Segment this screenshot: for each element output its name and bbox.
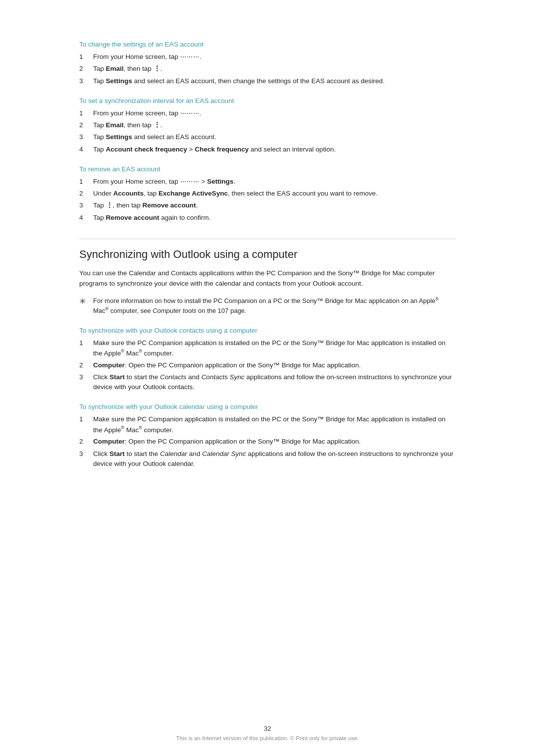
subsection-sync-contacts: To synchronize with your Outlook contact… — [79, 327, 456, 393]
steps-sync-interval: 1 From your Home screen, tap ⋯⋯⋯. 2 Tap … — [79, 108, 456, 154]
step-item: 3 Click Start to start the Contacts and … — [79, 372, 456, 393]
section-heading-sync-interval: To set a synchronization interval for an… — [79, 97, 456, 104]
subsection-sync-calendar: To synchronize with your Outlook calenda… — [79, 403, 456, 469]
step-item: 1 Make sure the PC Companion application… — [79, 338, 456, 358]
steps-remove-eas: 1 From your Home screen, tap ⋯⋯⋯ > Setti… — [79, 177, 456, 223]
section-heading-remove-eas: To remove an EAS account — [79, 165, 456, 173]
step-number: 2 — [79, 120, 93, 130]
steps-sync-contacts: 1 Make sure the PC Companion application… — [79, 338, 456, 393]
step-number: 3 — [79, 132, 93, 142]
step-number: 2 — [79, 64, 93, 74]
step-item: 2 Tap Email, then tap ⋮. — [79, 120, 456, 130]
step-number: 1 — [79, 52, 93, 62]
section-remove-eas: To remove an EAS account 1 From your Hom… — [79, 165, 456, 223]
step-text: Tap ⋮, then tap Remove account. — [93, 201, 456, 210]
step-number: 3 — [79, 372, 93, 382]
step-text: From your Home screen, tap ⋯⋯⋯. — [93, 52, 456, 62]
step-text: Click Start to start the Contacts and Co… — [93, 372, 456, 393]
step-text: From your Home screen, tap ⋯⋯⋯ > Setting… — [93, 177, 456, 187]
section-heading-sync-calendar: To synchronize with your Outlook calenda… — [79, 403, 456, 410]
step-item: 3 Tap ⋮, then tap Remove account. — [79, 201, 456, 210]
page-footer: 32 This is an Internet version of this p… — [0, 725, 535, 741]
grid-icon: ⋯⋯⋯ — [180, 110, 200, 117]
step-number: 3 — [79, 449, 93, 459]
step-item: 1 From your Home screen, tap ⋯⋯⋯. — [79, 52, 456, 62]
section-heading-change-settings: To change the settings of an EAS account — [79, 41, 456, 48]
step-item: 3 Click Start to start the Calendar and … — [79, 449, 456, 469]
step-number: 4 — [79, 213, 93, 223]
grid-icon: ⋯⋯⋯ — [180, 53, 200, 60]
page: To change the settings of an EAS account… — [0, 0, 535, 756]
step-text: Tap Email, then tap ⋮. — [93, 120, 456, 130]
step-text: Make sure the PC Companion application i… — [93, 338, 456, 358]
step-item: 1 From your Home screen, tap ⋯⋯⋯. — [79, 108, 456, 118]
step-item: 1 Make sure the PC Companion application… — [79, 414, 456, 435]
main-body-text: You can use the Calendar and Contacts ap… — [79, 268, 456, 289]
step-item: 2 Under Accounts, tap Exchange ActiveSyn… — [79, 189, 456, 199]
steps-change-settings: 1 From your Home screen, tap ⋯⋯⋯. 2 Tap … — [79, 52, 456, 86]
step-number: 1 — [79, 177, 93, 187]
step-item: 2 Computer: Open the PC Companion applic… — [79, 437, 456, 447]
step-number: 3 — [79, 201, 93, 210]
step-text: Computer: Open the PC Companion applicat… — [93, 360, 456, 370]
step-item: 3 Tap Settings and select an EAS account… — [79, 76, 456, 86]
grid-icon: ⋯⋯⋯ — [180, 178, 200, 185]
step-number: 4 — [79, 145, 93, 154]
step-item: 4 Tap Account check frequency > Check fr… — [79, 145, 456, 154]
tip-row: ✳ For more information on how to install… — [79, 296, 456, 316]
footer-note: This is an Internet version of this publ… — [0, 735, 535, 741]
page-number: 32 — [0, 725, 535, 732]
step-item: 3 Tap Settings and select an EAS account… — [79, 132, 456, 142]
step-text: Tap Settings and select an EAS account, … — [93, 76, 456, 86]
step-number: 1 — [79, 108, 93, 118]
step-item: 2 Tap Email, then tap ⋮. — [79, 64, 456, 74]
step-number: 2 — [79, 437, 93, 447]
step-item: 4 Tap Remove account again to confirm. — [79, 213, 456, 223]
steps-sync-calendar: 1 Make sure the PC Companion application… — [79, 414, 456, 469]
step-text: Tap Email, then tap ⋮. — [93, 64, 456, 74]
step-text: Click Start to start the Calendar and Ca… — [93, 449, 456, 469]
section-sync-interval: To set a synchronization interval for an… — [79, 97, 456, 154]
step-text: From your Home screen, tap ⋯⋯⋯. — [93, 108, 456, 118]
tip-icon: ✳ — [79, 297, 89, 306]
step-number: 1 — [79, 414, 93, 424]
step-number: 3 — [79, 76, 93, 86]
step-text: Computer: Open the PC Companion applicat… — [93, 437, 456, 447]
step-text: Tap Remove account again to confirm. — [93, 213, 456, 223]
main-heading: Synchronizing with Outlook using a compu… — [79, 239, 456, 261]
step-text: Make sure the PC Companion application i… — [93, 414, 456, 435]
main-section: Synchronizing with Outlook using a compu… — [79, 239, 456, 469]
step-number: 1 — [79, 338, 93, 348]
section-heading-sync-contacts: To synchronize with your Outlook contact… — [79, 327, 456, 334]
step-text: Under Accounts, tap Exchange ActiveSync,… — [93, 189, 456, 199]
section-change-settings: To change the settings of an EAS account… — [79, 41, 456, 86]
step-item: 2 Computer: Open the PC Companion applic… — [79, 360, 456, 370]
step-number: 2 — [79, 189, 93, 199]
tip-text: For more information on how to install t… — [93, 296, 456, 316]
step-item: 1 From your Home screen, tap ⋯⋯⋯ > Setti… — [79, 177, 456, 187]
step-number: 2 — [79, 360, 93, 370]
step-text: Tap Account check frequency > Check freq… — [93, 145, 456, 154]
step-text: Tap Settings and select an EAS account. — [93, 132, 456, 142]
